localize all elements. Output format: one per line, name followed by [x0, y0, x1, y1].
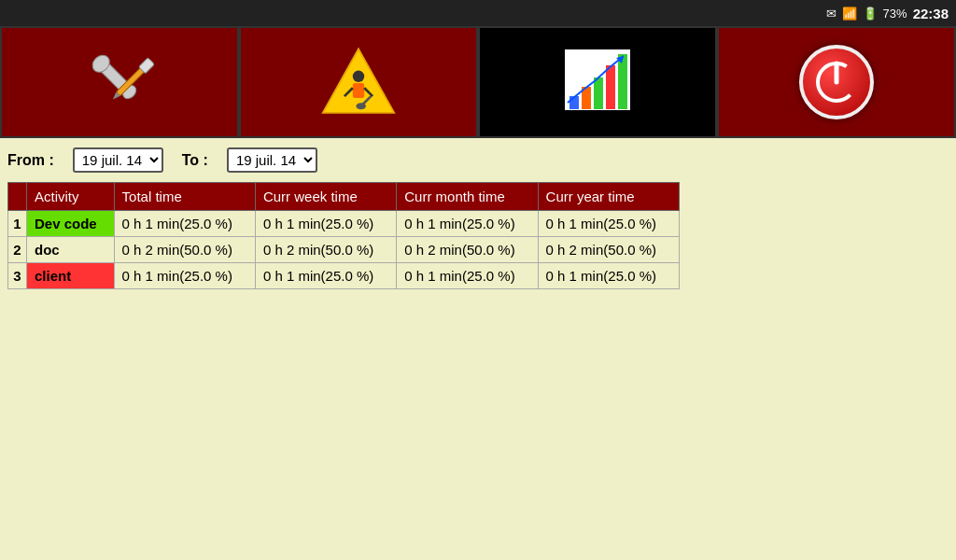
to-date-wrapper[interactable]: 19 juil. 14	[227, 147, 317, 173]
table-body: 1Dev code0 h 1 min(25.0 %)0 h 1 min(25.0…	[8, 211, 680, 289]
svg-rect-17	[606, 65, 615, 109]
row-number: 2	[8, 237, 27, 263]
top-nav	[0, 26, 956, 138]
table-row: 1Dev code0 h 1 min(25.0 %)0 h 1 min(25.0…	[8, 211, 680, 237]
time-cell-week: 0 h 1 min(25.0 %)	[255, 211, 396, 237]
power-icon	[799, 45, 874, 119]
time-cell-total: 0 h 1 min(25.0 %)	[114, 263, 255, 289]
nav-chart[interactable]	[478, 26, 717, 138]
row-number: 3	[8, 263, 27, 289]
col-week: Curr week time	[255, 183, 396, 211]
email-icon: ✉	[826, 7, 836, 21]
col-month: Curr month time	[397, 183, 538, 211]
time-cell-year: 0 h 2 min(50.0 %)	[538, 237, 679, 263]
status-bar: ✉ 📶 🔋 73% 22:38	[0, 0, 956, 26]
to-label: To :	[182, 152, 208, 169]
from-label: From :	[7, 152, 54, 169]
nav-power[interactable]	[717, 26, 956, 138]
col-num	[8, 183, 27, 211]
clock: 22:38	[913, 6, 949, 21]
from-date-select[interactable]: 19 juil. 14	[73, 147, 163, 173]
table-row: 3client0 h 1 min(25.0 %)0 h 1 min(25.0 %…	[8, 263, 680, 289]
time-cell-total: 0 h 2 min(50.0 %)	[114, 237, 255, 263]
battery-percent: 73%	[883, 7, 907, 21]
svg-rect-18	[618, 54, 627, 109]
battery-icon: 🔋	[863, 7, 878, 21]
wip-icon	[321, 40, 396, 124]
to-date-select[interactable]: 19 juil. 14	[227, 147, 317, 173]
time-cell-month: 0 h 1 min(25.0 %)	[397, 211, 538, 237]
activity-name: doc	[27, 237, 115, 263]
nav-settings[interactable]	[0, 26, 239, 138]
col-activity: Activity	[27, 183, 115, 211]
wifi-icon: 📶	[842, 7, 857, 21]
time-cell-month: 0 h 1 min(25.0 %)	[397, 263, 538, 289]
table-row: 2doc0 h 2 min(50.0 %)0 h 2 min(50.0 %)0 …	[8, 237, 680, 263]
time-cell-year: 0 h 1 min(25.0 %)	[538, 263, 679, 289]
tools-icon	[82, 45, 157, 119]
table-header-row: Activity Total time Curr week time Curr …	[8, 183, 680, 211]
col-total: Total time	[114, 183, 255, 211]
row-number: 1	[8, 211, 27, 237]
time-cell-total: 0 h 1 min(25.0 %)	[114, 211, 255, 237]
svg-rect-8	[353, 83, 364, 98]
activity-name: Dev code	[27, 211, 115, 237]
time-cell-year: 0 h 1 min(25.0 %)	[538, 211, 679, 237]
svg-rect-16	[594, 77, 603, 109]
nav-wip[interactable]	[239, 26, 478, 138]
col-year: Curr year time	[538, 183, 679, 211]
from-date-wrapper[interactable]: 19 juil. 14	[73, 147, 163, 173]
activity-table: Activity Total time Curr week time Curr …	[7, 182, 680, 289]
chart-icon	[560, 45, 635, 119]
date-filter-row: From : 19 juil. 14 To : 19 juil. 14	[7, 147, 949, 173]
svg-point-12	[356, 103, 366, 109]
svg-point-7	[353, 71, 364, 82]
activity-name: client	[27, 263, 115, 289]
time-cell-week: 0 h 2 min(50.0 %)	[255, 237, 396, 263]
main-content: From : 19 juil. 14 To : 19 juil. 14 Acti…	[0, 138, 956, 560]
time-cell-week: 0 h 1 min(25.0 %)	[255, 263, 396, 289]
time-cell-month: 0 h 2 min(50.0 %)	[397, 237, 538, 263]
